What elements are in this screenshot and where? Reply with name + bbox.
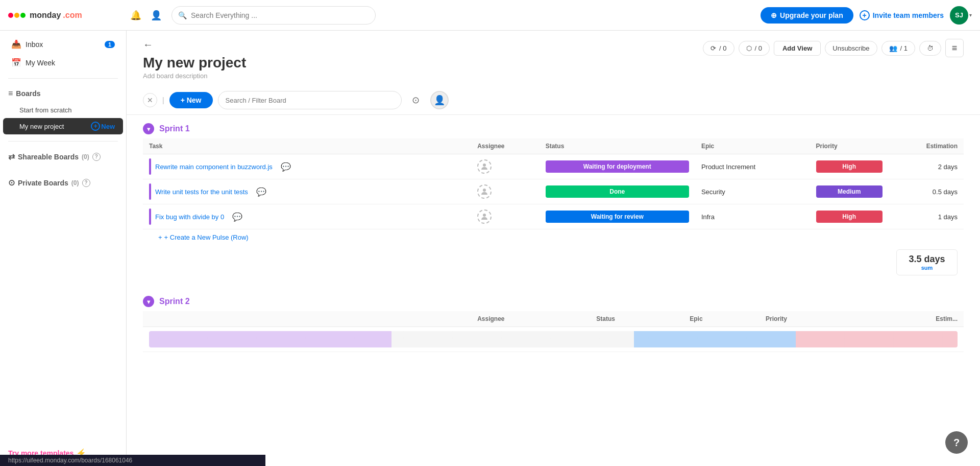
sum-value: 3.5 days [905, 254, 949, 265]
search-filter-input[interactable] [226, 97, 394, 104]
my-new-project-label: My new project [19, 123, 64, 130]
comment-icon-1[interactable]: 💬 [281, 162, 291, 172]
status-bar-url: https://uifeed.monday.com/boards/1680610… [8, 457, 132, 464]
new-item-button[interactable]: + New [169, 92, 213, 108]
private-help-icon[interactable]: ? [82, 179, 90, 187]
shareable-help-icon[interactable]: ? [92, 153, 101, 161]
sprint2-table-body [143, 327, 964, 352]
sprint2-placeholder [143, 327, 964, 352]
sidebar-divider-2 [8, 141, 118, 142]
task-name-container-3: Fix bug with divide by 0 💬 [149, 208, 465, 225]
person-filter-button[interactable]: 👤 [430, 91, 449, 109]
main-layout: 📥 Inbox 1 📅 My Week ≡ Boards Start from … [0, 31, 980, 466]
assignee-avatar-2[interactable] [477, 184, 492, 199]
avatar[interactable]: SJ [950, 6, 968, 25]
assignee-avatar-1[interactable] [477, 159, 492, 174]
add-view-button[interactable]: Add View [774, 41, 821, 56]
search-icon: 🔍 [178, 11, 187, 19]
priority-badge-1[interactable]: High [816, 160, 883, 173]
toolbar-divider: | [162, 96, 164, 104]
comment-icon-3[interactable]: 💬 [232, 212, 242, 222]
user-menu[interactable]: SJ ▾ [950, 6, 972, 25]
sidebar-item-start-from-scratch[interactable]: Start from scratch [3, 103, 123, 118]
sidebar-item-my-new-project[interactable]: My new project + New [3, 118, 123, 134]
status-badge-1[interactable]: Waiting for deployment [546, 160, 689, 173]
private-boards-header[interactable]: ⊙ Private Boards (0) ? [0, 174, 126, 192]
sprint2-col-assignee: Assignee [471, 311, 590, 327]
members-button[interactable]: 👥 / 1 [881, 41, 915, 56]
help-button[interactable]: ? [945, 431, 968, 454]
priority-badge-3[interactable]: High [816, 211, 883, 223]
table-row: Write unit tests for the unit tests 💬 [143, 179, 964, 204]
automations-button[interactable]: ⟳ / 0 [703, 41, 734, 56]
shareable-boards-label: Shareable Boards [18, 153, 79, 161]
integrations-button[interactable]: ⬡ / 0 [739, 41, 770, 56]
board-header-right: ⟳ / 0 ⬡ / 0 Add View Unsubscribe 👥 / 1 ⏱ [703, 39, 964, 57]
upgrade-button[interactable]: ⊕ Upgrade your plan [761, 7, 853, 24]
sidebar-item-inbox[interactable]: 📥 Inbox 1 [3, 35, 123, 53]
back-arrow-button[interactable]: ← [143, 39, 153, 51]
sprint1-header: ▾ Sprint 1 [143, 123, 964, 134]
close-filter-button[interactable]: ✕ [143, 93, 157, 107]
task-name-text-2[interactable]: Write unit tests for the unit tests [155, 188, 248, 196]
close-icon: ✕ [147, 96, 153, 104]
status-cell-2: Done [540, 179, 695, 204]
assignee-avatar-3[interactable] [477, 209, 492, 224]
add-row-button-sprint1[interactable]: + + Create a New Pulse (Row) [143, 229, 964, 245]
automations-icon: ⟳ [710, 44, 716, 52]
private-boards-label: Private Boards [18, 179, 68, 187]
team-icon[interactable]: 👤 [147, 6, 165, 25]
add-row-label: + Create a New Pulse (Row) [164, 234, 249, 241]
integrations-label: / 0 [755, 44, 762, 52]
svg-point-0 [483, 164, 486, 167]
task-name-text-3[interactable]: Fix bug with divide by 0 [155, 213, 224, 221]
sprint2-title[interactable]: Sprint 2 [159, 297, 190, 306]
status-cell-3: Waiting for review [540, 204, 695, 229]
board-content: ▾ Sprint 1 Task Assignee Status Epic Pri… [127, 115, 980, 466]
status-badge-3[interactable]: Waiting for review [546, 211, 689, 223]
logo: monday.com [8, 11, 120, 20]
task-name-text-1[interactable]: Rewrite main component in buzzword.js [155, 163, 273, 171]
sprint1-title[interactable]: Sprint 1 [159, 124, 190, 133]
sidebar-item-myweek[interactable]: 📅 My Week [3, 54, 123, 72]
sidebar-boards-section: ≡ Boards Start from scratch My new proje… [0, 81, 126, 139]
status-badge-2[interactable]: Done [546, 185, 689, 198]
task-color-bar-1 [149, 158, 151, 175]
automations-label: / 0 [719, 44, 726, 52]
avatar-caret-icon[interactable]: ▾ [969, 12, 972, 18]
sidebar-private-section: ⊙ Private Boards (0) ? [0, 170, 126, 196]
unsubscribe-button[interactable]: Unsubscribe [825, 41, 877, 56]
new-board-button[interactable]: + New [91, 122, 115, 131]
invite-button[interactable]: + Invite team members [860, 10, 944, 20]
filter-options-button[interactable]: ⊙ [407, 91, 425, 109]
more-menu-button[interactable]: ≡ [945, 39, 964, 57]
priority-cell-2: Medium [810, 179, 889, 204]
board-header-left: ← My new project Add board description [143, 39, 703, 86]
comment-icon-2[interactable]: 💬 [256, 187, 266, 197]
sprint2-toggle[interactable]: ▾ [143, 296, 154, 307]
priority-badge-2[interactable]: Medium [816, 185, 883, 198]
shareable-count: (0) [82, 153, 89, 160]
lock-icon: ⊙ [8, 178, 15, 188]
activity-button[interactable]: ⏱ [919, 41, 941, 56]
sidebar-top-section: 📥 Inbox 1 📅 My Week [0, 31, 126, 76]
sum-box: 3.5 days sum [896, 249, 958, 275]
boards-header[interactable]: ≡ Boards [0, 85, 126, 102]
col-estimation: Estimation [889, 138, 964, 154]
priority-cell-1: High [810, 154, 889, 179]
board-description[interactable]: Add board description [143, 72, 703, 80]
activity-icon: ⏱ [927, 44, 934, 52]
sprint1-toggle[interactable]: ▾ [143, 123, 154, 134]
sprint1-table-body: Rewrite main component in buzzword.js 💬 [143, 154, 964, 229]
myweek-label: My Week [26, 59, 55, 67]
sidebar: 📥 Inbox 1 📅 My Week ≡ Boards Start from … [0, 31, 127, 466]
inbox-badge: 1 [105, 41, 115, 48]
sprint2-header: ▾ Sprint 2 [143, 296, 964, 307]
estimation-cell-3: 1 days [889, 204, 964, 229]
global-search-input[interactable] [191, 11, 369, 19]
sprint2-col-epic: Epic [683, 311, 760, 327]
board-header: ← My new project Add board description ⟳… [127, 31, 980, 115]
shareable-boards-header[interactable]: ⇄ Shareable Boards (0) ? [0, 148, 126, 166]
sprint2-table-head: Assignee Status Epic Priority Estim... [143, 311, 964, 327]
notifications-icon[interactable]: 🔔 [127, 6, 145, 25]
